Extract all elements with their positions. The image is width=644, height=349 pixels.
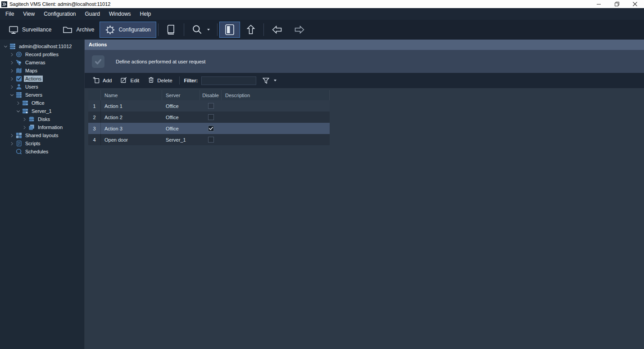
- tree-item-office[interactable]: Office: [0, 99, 84, 107]
- tree-item-label: Scripts: [24, 140, 42, 147]
- tree-item-record-profiles[interactable]: Record profiles: [0, 50, 84, 58]
- tree-item-cameras[interactable]: Cameras: [0, 58, 84, 67]
- edit-button[interactable]: Edit: [116, 75, 143, 86]
- tree-item-admin-localhost-11012[interactable]: admin@localhost:11012: [0, 42, 84, 50]
- trash-icon: [147, 76, 155, 85]
- navigation-tree: admin@localhost:11012Record profilesCame…: [0, 40, 85, 349]
- disable-checkbox[interactable]: [208, 114, 214, 120]
- table-header: NameServerDisableDescription: [88, 90, 330, 100]
- menu-view[interactable]: View: [18, 8, 39, 20]
- chevron-right-icon[interactable]: [9, 141, 15, 147]
- restore-button[interactable]: [608, 0, 626, 8]
- chevron-right-icon[interactable]: [15, 100, 21, 106]
- chevron-right-icon[interactable]: [9, 60, 15, 66]
- configuration-button[interactable]: Configuration: [100, 22, 156, 38]
- disable-checkbox[interactable]: [208, 103, 214, 109]
- chevron-down-icon[interactable]: [3, 44, 9, 49]
- table-row-action-3[interactable]: 3Action 3Office: [88, 123, 330, 134]
- chevron-right-icon[interactable]: [22, 116, 27, 122]
- cell-server: Office: [162, 112, 200, 123]
- back-arrow-icon: [271, 25, 283, 35]
- monitor-icon: [8, 24, 19, 35]
- filter-input[interactable]: [201, 76, 256, 85]
- chevron-down-icon[interactable]: [9, 92, 15, 98]
- actions-table: NameServerDisableDescription 1Action 1Of…: [88, 90, 330, 145]
- column-header-description: Description: [222, 90, 330, 100]
- chevron-right-icon[interactable]: [9, 76, 15, 82]
- row-number: 2: [88, 112, 101, 123]
- tree-item-label: Users: [24, 84, 40, 90]
- cell-name: Action 1: [101, 100, 162, 112]
- column-header-disable: Disable: [200, 90, 222, 100]
- tree-item-shared-layouts[interactable]: Shared layouts: [0, 131, 84, 139]
- row-number: 4: [88, 134, 101, 145]
- tree-item-scripts[interactable]: Scripts: [0, 139, 84, 148]
- tree-item-server-1[interactable]: Server_1: [0, 107, 84, 115]
- tree-item-schedules[interactable]: Schedules: [0, 148, 84, 156]
- main-content: Actions Define actions performed at user…: [85, 40, 644, 349]
- search-button[interactable]: [186, 22, 215, 38]
- close-button[interactable]: [626, 0, 644, 8]
- table-row-action-1[interactable]: 1Action 1Office: [88, 100, 330, 112]
- tree-item-label: Actions: [24, 76, 43, 82]
- filter-label: Filter:: [184, 78, 198, 83]
- menu-file[interactable]: File: [1, 8, 18, 20]
- add-button[interactable]: Add: [88, 75, 116, 86]
- menu-guard[interactable]: Guard: [81, 8, 104, 20]
- row-number: 3: [88, 123, 101, 134]
- cell-description: [222, 123, 330, 134]
- filter-funnel-icon[interactable]: [262, 76, 270, 85]
- minimize-button[interactable]: [590, 0, 608, 8]
- tree-item-information[interactable]: Information: [0, 123, 84, 131]
- disable-checkbox-checked[interactable]: [208, 125, 214, 131]
- filter-dropdown-caret-icon[interactable]: [274, 80, 277, 81]
- cell-name: Action 3: [101, 123, 162, 134]
- cell-server: Server_1: [162, 134, 200, 145]
- add-label: Add: [103, 78, 112, 83]
- tree-item-users[interactable]: Users: [0, 83, 84, 91]
- tree-item-maps[interactable]: Maps: [0, 67, 84, 75]
- app-fast-forward-icon: [1, 1, 7, 7]
- cell-server: Office: [162, 123, 200, 134]
- camera-icon: [15, 59, 22, 66]
- table-row-action-2[interactable]: 2Action 2Office: [88, 112, 330, 123]
- tree-item-label: Server_1: [30, 108, 53, 114]
- chevron-down-icon[interactable]: [15, 108, 21, 114]
- back-button[interactable]: [266, 22, 288, 38]
- menu-help[interactable]: Help: [136, 8, 156, 20]
- cell-description: [222, 134, 330, 145]
- chevron-right-icon[interactable]: [9, 68, 15, 74]
- menu-windows[interactable]: Windows: [104, 8, 136, 20]
- forward-button[interactable]: [288, 22, 311, 38]
- chevron-right-icon[interactable]: [9, 52, 15, 58]
- tree-item-disks[interactable]: Disks: [0, 115, 84, 123]
- table-row-open-door[interactable]: 4Open doorServer_1: [88, 134, 330, 145]
- main-toolbar: Surveillance Archive Configuration: [0, 20, 644, 40]
- column-header-name: Name: [101, 90, 162, 100]
- archive-label: Archive: [76, 27, 94, 33]
- archive-button[interactable]: Archive: [57, 22, 100, 38]
- layers-icon: [28, 124, 35, 131]
- chevron-right-icon[interactable]: [9, 84, 15, 90]
- tree-item-actions[interactable]: Actions: [0, 75, 84, 83]
- surveillance-label: Surveillance: [22, 27, 51, 33]
- delete-button[interactable]: Delete: [143, 75, 176, 86]
- tree-item-servers[interactable]: Servers: [0, 91, 84, 99]
- expander-spacer: [9, 149, 15, 155]
- chevron-right-icon[interactable]: [22, 125, 27, 130]
- disable-checkbox[interactable]: [208, 137, 214, 143]
- cell-description: [222, 112, 330, 123]
- log-book-button[interactable]: [160, 22, 182, 38]
- column-header-row-number: [88, 90, 101, 100]
- window-controls: [590, 0, 644, 8]
- cell-description: [222, 100, 330, 112]
- actions-toolbar: Add Edit Delete Filter:: [85, 73, 644, 88]
- menu-configuration[interactable]: Configuration: [39, 8, 80, 20]
- up-button[interactable]: [240, 22, 262, 38]
- toolbar-separator: [179, 76, 180, 85]
- chevron-right-icon[interactable]: [9, 133, 15, 139]
- surveillance-button[interactable]: Surveillance: [3, 22, 57, 38]
- toggle-panel-button[interactable]: [219, 22, 240, 38]
- tree-item-label: Office: [30, 100, 46, 106]
- checkbox-large-icon: [92, 55, 104, 68]
